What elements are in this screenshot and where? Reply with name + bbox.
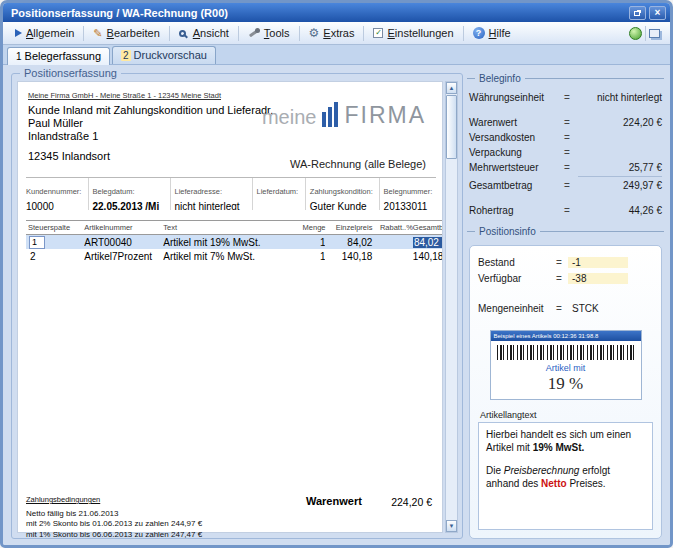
tab-2-number: 2 [121,50,131,61]
field-label: Lieferadresse: [175,187,223,196]
info-value: 25,77 € [578,162,662,173]
pos-label: Bestand [478,257,556,268]
logo-bars-icon [322,102,338,127]
warenwert-label: Warenwert [306,495,362,507]
sender-line: Meine Firma GmbH - Meine Straße 1 - 1234… [28,91,221,100]
titlebar: Positionserfassung / WA-Rechnung (R00) × [3,3,670,22]
address-line: Inlandstraße 1 [28,130,273,143]
info-label: Währungseinheit [469,92,564,103]
field-zahlungskondition: Zahlungskondition: Guter Kunde [305,178,379,210]
langtext-title: Artikellangtext [480,410,651,420]
article-image-big-text: 19 % [497,374,635,394]
close-button[interactable]: × [649,6,666,20]
table-row[interactable]: 2 Artikel7Prozent Artikel mit 7% MwSt. 1… [26,249,442,263]
steuerspalte-cell: 2 [26,251,84,262]
positions-table: Steuerspalte Artikelnummer Text Menge Ei… [26,220,442,263]
beleginfo-header: Beleginfo [467,73,664,84]
info-label: Mehrwertsteuer [469,162,564,173]
menu-extras-label: Extras [323,27,354,39]
window-icon[interactable] [649,29,660,38]
langtext-segment-bold: 19% MwSt. [533,442,585,453]
scroll-down-button[interactable]: ▼ [446,520,457,532]
close-icon: × [655,7,661,19]
gesamtbetrag-cell[interactable]: 84,02 [413,237,442,248]
menu-einstellungen[interactable]: ✓ Einstellungen [367,25,459,41]
langtext-segment-italic: Preisberechnung [504,465,580,476]
header-fields: Kundennummer: 10000 Belegdatum: 22.05.20… [26,178,436,210]
document-page: Meine Firma GmbH - Meine Straße 1 - 1234… [17,81,443,533]
menu-allgemein[interactable]: Allgemein [9,25,80,41]
pos-value: STCK [568,303,603,314]
menu-bearbeiten[interactable]: ✎ Bearbeiten [87,25,165,41]
divider [525,78,664,79]
equals-sign: = [564,132,578,143]
tab-druckvorschau[interactable]: 2 Druckvorschau [112,46,216,64]
info-value: 249,97 € [578,180,662,191]
question-icon: ? [473,27,485,39]
company-logo: meine FIRMA [262,102,426,127]
menu-ansicht[interactable]: Ansicht [173,25,235,41]
toolbar-separator [83,26,84,41]
field-value[interactable]: Guter Kunde [310,201,375,210]
pencil-icon: ✎ [93,28,102,39]
toolbar-separator [363,26,364,41]
restore-icon [634,11,640,16]
hammer-icon [248,28,260,39]
field-value[interactable]: nicht hinterlegt [175,201,248,210]
allgemein-icon [15,29,22,37]
pos-row-mengeneinheit: Mengeneinheit = STCK [478,300,653,316]
equals-sign: = [564,117,578,128]
table-row[interactable]: 1 ART00040 Artikel mit 19% MwSt. 1 84,02… [26,235,442,249]
column-text: Text [163,223,292,232]
pos-value: -1 [568,257,628,268]
steuerspalte-cell: 1 [26,236,84,249]
field-lieferdatum: Lieferdatum: [252,178,305,210]
field-kundennummer: Kundennummer: 10000 [26,178,88,210]
info-label: Versandkosten [469,132,564,143]
vertical-scrollbar[interactable]: ▲ ▼ [445,81,458,533]
toolbar: Allgemein ✎ Bearbeiten Ansicht Tools ⚙ E… [3,22,670,45]
address-line: 12345 Inlandsort [28,150,273,163]
column-rabatt: Rabatt..% [375,223,412,232]
menu-tools[interactable]: Tools [242,25,296,41]
menu-extras[interactable]: ⚙ Extras [303,25,361,41]
gear-icon: ⚙ [309,27,320,39]
field-belegdatum: Belegdatum: 22.05.2013 /Mi [88,178,170,210]
steuerspalte-editor[interactable]: 1 [29,236,45,249]
equals-sign: = [564,147,578,158]
toolbar-separator [463,26,464,41]
field-value[interactable]: 20133011 [384,201,432,210]
field-value[interactable]: 10000 [26,201,84,210]
logo-word-firma: FIRMA [344,104,426,127]
artikelnummer-cell: ART00040 [84,237,163,248]
menu-hilfe[interactable]: ? Hilfe [467,25,517,41]
info-value: nicht hinterlegt [578,92,662,103]
divider [467,78,475,79]
menu-allgemein-label: Allgemein [26,27,74,39]
scroll-up-button[interactable]: ▲ [446,82,457,94]
toolbar-separator [238,26,239,41]
column-artikelnummer: Artikelnummer [84,223,163,232]
article-image-titlebar: Beispiel eines Artikels 00:12:36 31:98.8 [491,331,641,341]
info-label: Warenwert [469,117,564,128]
equals-sign: = [556,303,568,314]
payment-terms-title: Zahlungsbedingungen [26,495,202,506]
globe-icon[interactable] [629,27,642,40]
address-block: Kunde Inland mit Zahlungskondition und L… [28,104,273,163]
tab-1-label: Belegerfassung [25,50,101,62]
equals-sign: = [556,257,568,268]
menu-hilfe-label: Hilfe [489,27,511,39]
text-cell: Artikel mit 19% MwSt. [163,237,292,248]
artikelnummer-cell: Artikel7Prozent [84,251,163,262]
scroll-thumb[interactable] [446,95,457,159]
warenwert-value: 224,20 € [391,496,432,508]
group-label: Positionserfassung [20,67,121,79]
info-row-verpackung: Verpackung = [469,145,662,160]
address-line: Kunde Inland mit Zahlungskondition und L… [28,104,273,117]
menu-ansicht-label: Ansicht [193,27,229,39]
payment-line: mit 2% Skonto bis 01.06.2013 zu zahlen 2… [26,519,202,530]
restore-button[interactable] [629,6,646,20]
tab-belegerfassung[interactable]: 1 Belegerfassung [7,47,110,65]
field-value[interactable]: 22.05.2013 /Mi [93,201,166,210]
payment-terms: Zahlungsbedingungen Netto fällig bis 21.… [26,495,202,540]
